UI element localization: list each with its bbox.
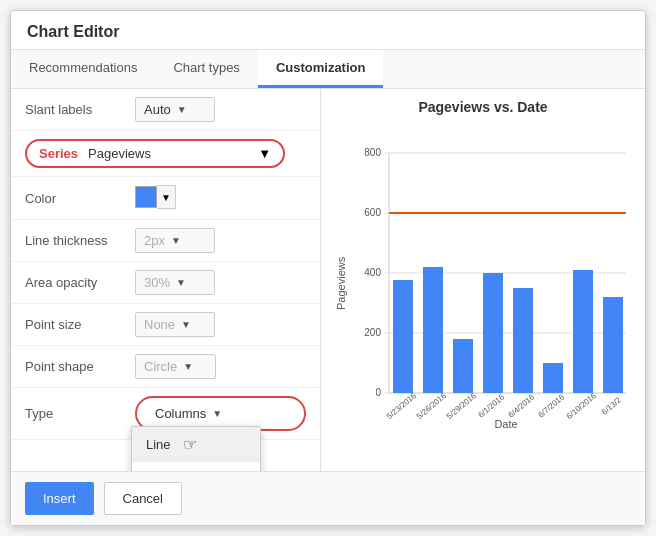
svg-text:400: 400 xyxy=(364,267,381,278)
series-highlight: Series Pageviews ▼ xyxy=(25,139,285,168)
point-size-arrow-icon: ▼ xyxy=(181,319,191,330)
svg-text:Date: Date xyxy=(494,418,517,430)
series-label: Series xyxy=(39,146,78,161)
slant-labels-arrow-icon: ▼ xyxy=(177,104,187,115)
bar-2 xyxy=(423,267,443,393)
dialog-title: Chart Editor xyxy=(11,11,645,50)
type-select[interactable]: Columns ▼ xyxy=(147,402,244,425)
svg-text:600: 600 xyxy=(364,207,381,218)
bar-6 xyxy=(543,363,563,393)
line-thickness-select[interactable]: 2px ▼ xyxy=(135,228,215,253)
color-row: Color ▼ xyxy=(11,177,320,220)
point-shape-select[interactable]: Circle ▼ xyxy=(135,354,216,379)
dropdown-item-columns[interactable]: Columns xyxy=(132,462,260,471)
dropdown-item-line[interactable]: Line ☞ xyxy=(132,427,260,462)
bar-1 xyxy=(393,280,413,393)
type-label: Type xyxy=(25,406,135,421)
point-size-control: None ▼ xyxy=(135,312,306,337)
series-select[interactable]: Pageviews xyxy=(88,146,248,161)
dialog-footer: Insert Cancel xyxy=(11,471,645,525)
slant-labels-row: Slant labels Auto ▼ xyxy=(11,89,320,131)
svg-text:6/13/2: 6/13/2 xyxy=(600,395,623,417)
cancel-button[interactable]: Cancel xyxy=(104,482,182,515)
svg-text:5/29/2016: 5/29/2016 xyxy=(445,391,478,421)
right-panel: Pageviews vs. Date Pageviews xyxy=(321,89,645,471)
chart-area: Pageviews 0 xyxy=(335,123,631,443)
tab-bar: Recommendations Chart types Customizatio… xyxy=(11,50,645,89)
svg-text:0: 0 xyxy=(375,387,381,398)
color-control: ▼ xyxy=(135,185,306,211)
slant-labels-label: Slant labels xyxy=(25,102,135,117)
insert-button[interactable]: Insert xyxy=(25,482,94,515)
series-row: Series Pageviews ▼ xyxy=(11,131,320,177)
line-thickness-label: Line thickness xyxy=(25,233,135,248)
point-size-select[interactable]: None ▼ xyxy=(135,312,215,337)
type-arrow-icon: ▼ xyxy=(212,408,222,419)
chart-editor-dialog: Chart Editor Recommendations Chart types… xyxy=(10,10,646,526)
tab-customization[interactable]: Customization xyxy=(258,50,384,88)
bar-7 xyxy=(573,270,593,393)
area-opacity-control: 30% ▼ xyxy=(135,270,306,295)
chart-svg: 0 200 400 600 800 xyxy=(351,123,631,443)
svg-text:6/7/2016: 6/7/2016 xyxy=(537,392,567,419)
line-thickness-control: 2px ▼ xyxy=(135,228,306,253)
type-dropdown-menu: Line ☞ Columns xyxy=(131,426,261,471)
point-shape-control: Circle ▼ xyxy=(135,354,306,379)
area-opacity-select[interactable]: 30% ▼ xyxy=(135,270,215,295)
slant-labels-control: Auto ▼ xyxy=(135,97,306,122)
y-axis-label: Pageviews xyxy=(335,123,347,443)
color-arrow-icon[interactable]: ▼ xyxy=(157,185,176,209)
series-arrow-icon: ▼ xyxy=(258,146,271,161)
bar-8 xyxy=(603,297,623,393)
bar-3 xyxy=(453,339,473,393)
tab-recommendations[interactable]: Recommendations xyxy=(11,50,155,88)
chart-title: Pageviews vs. Date xyxy=(335,99,631,115)
color-swatch[interactable] xyxy=(135,186,157,208)
dropdown-item-line-label: Line xyxy=(146,437,171,452)
slant-labels-select[interactable]: Auto ▼ xyxy=(135,97,215,122)
color-label: Color xyxy=(25,191,135,206)
chart-inner: 0 200 400 600 800 xyxy=(351,123,631,443)
point-shape-row: Point shape Circle ▼ xyxy=(11,346,320,388)
svg-text:5/26/2016: 5/26/2016 xyxy=(415,391,448,421)
bar-5 xyxy=(513,288,533,393)
type-row: Type Columns ▼ Line ☞ xyxy=(11,388,320,440)
dropdown-item-columns-label: Columns xyxy=(146,470,197,471)
area-opacity-row: Area opacity 30% ▼ xyxy=(11,262,320,304)
dialog-body: Slant labels Auto ▼ Series Pageviews ▼ xyxy=(11,89,645,471)
point-shape-label: Point shape xyxy=(25,359,135,374)
svg-text:200: 200 xyxy=(364,327,381,338)
bar-4 xyxy=(483,273,503,393)
point-size-label: Point size xyxy=(25,317,135,332)
point-shape-arrow-icon: ▼ xyxy=(183,361,193,372)
line-thickness-arrow-icon: ▼ xyxy=(171,235,181,246)
area-opacity-label: Area opacity xyxy=(25,275,135,290)
left-panel: Slant labels Auto ▼ Series Pageviews ▼ xyxy=(11,89,321,471)
area-opacity-arrow-icon: ▼ xyxy=(176,277,186,288)
svg-text:6/1/2016: 6/1/2016 xyxy=(477,392,507,419)
svg-text:5/23/2016: 5/23/2016 xyxy=(385,391,418,421)
line-thickness-row: Line thickness 2px ▼ xyxy=(11,220,320,262)
svg-text:6/4/2016: 6/4/2016 xyxy=(507,392,537,419)
svg-text:6/10/2016: 6/10/2016 xyxy=(565,391,598,421)
cursor-hand-icon: ☞ xyxy=(183,435,197,454)
svg-text:800: 800 xyxy=(364,147,381,158)
color-picker[interactable]: ▼ xyxy=(135,185,176,209)
tab-chart-types[interactable]: Chart types xyxy=(155,50,257,88)
point-size-row: Point size None ▼ xyxy=(11,304,320,346)
